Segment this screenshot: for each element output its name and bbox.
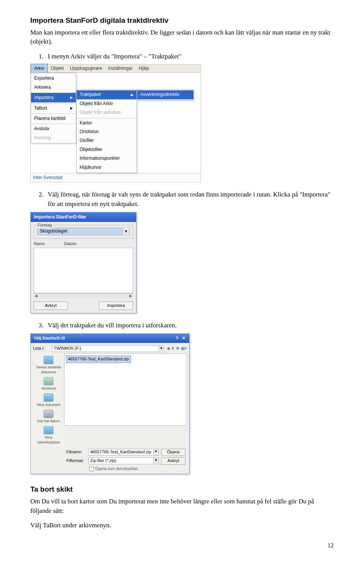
dlg-title: Importera StanForD-filer: [31, 212, 136, 222]
step3-num: 3.: [39, 321, 48, 330]
btn-importera[interactable]: Importera: [99, 302, 133, 310]
file-selected[interactable]: 46557766-Test_KartStandard.zip: [66, 355, 131, 363]
menu-hjalp[interactable]: Hjälp: [136, 64, 152, 73]
filnamn-value: 46557766-Test_KartStandard.zip: [89, 449, 153, 455]
btn-open[interactable]: Öppna: [161, 449, 185, 456]
col-namn: Namn: [34, 241, 64, 247]
sb-recent[interactable]: Senast använda dokument: [34, 356, 63, 375]
sb-mydocs[interactable]: Mina dokument: [37, 393, 60, 407]
mi-tabort[interactable]: TaBort▶: [31, 103, 76, 113]
mi-obj-arkiv[interactable]: Objekt från Arkiv: [77, 99, 136, 108]
mi-gisfiler[interactable]: Gisfiler: [77, 136, 136, 145]
import-listbox[interactable]: [34, 248, 133, 293]
filnamn-field[interactable]: 46557766-Test_KartStandard.zip ▼: [88, 449, 159, 456]
places-sidebar: Senast använda dokument Skrivbord Mina d…: [33, 354, 64, 447]
combo-dropdown-icon[interactable]: ▼: [122, 229, 129, 234]
mi-objektsfiler[interactable]: Objektsfiler: [77, 145, 136, 154]
menu-arkiv[interactable]: Arkiv: [31, 64, 48, 73]
figure-import-dialog: Importera StanForD-filer Företag Skogsbo…: [30, 212, 334, 313]
grp-foretag-label: Företag: [36, 222, 53, 228]
mi-kartor[interactable]: Kartor: [77, 118, 136, 127]
mi-hojdkurvor[interactable]: Höjdkurvor: [77, 163, 136, 172]
mi-noraraj: Norureg: [31, 134, 76, 142]
mi-traktpaket[interactable]: Traktpaket▶: [77, 90, 136, 99]
foretag-value: Skogsbolaget: [38, 228, 122, 234]
page-number: 12: [30, 541, 334, 550]
mi-infopunkter[interactable]: Informationspunkter: [77, 154, 136, 163]
help-icon[interactable]: ?: [174, 335, 180, 341]
figure-file-dialog: Välj StanforD-fil ? ✕ Leta i: TWINMO5 (F…: [30, 333, 334, 475]
filformat-value: Zip-filer (*.zip): [89, 458, 153, 464]
menu-footer: Inter Svenstad: [31, 173, 201, 182]
sb-mycomp[interactable]: Den här datorn: [37, 410, 60, 424]
btn-cancel[interactable]: Avbryt: [161, 458, 185, 465]
step2-text: Välj förteag, när företag är valt syns d…: [48, 190, 334, 209]
menubar: Arkiv Objekt Uppdragsgivare Inställninga…: [31, 64, 201, 73]
sb-desktop[interactable]: Skrivbord: [41, 377, 56, 391]
file-list[interactable]: 46557766-Test_KartStandard.zip: [64, 354, 187, 426]
dropdown-arkiv: Exportera Arkivera Importera▶ TaBort▶ Pl…: [31, 73, 76, 143]
drive-combo[interactable]: TWINMO5 (F:) ▼: [52, 345, 164, 352]
chevron-right-icon: ▶: [131, 93, 133, 97]
close-icon[interactable]: ✕: [181, 335, 186, 341]
chevron-down-icon[interactable]: ▼: [153, 458, 158, 464]
readonly-checkbox[interactable]: [89, 467, 94, 471]
views-icon[interactable]: ▦▾: [181, 346, 187, 352]
chevron-down-icon[interactable]: ▼: [158, 346, 164, 351]
mi-avverkningsdirektiv[interactable]: Avverkningsdirektiv: [137, 90, 193, 99]
back-icon[interactable]: ◀: [166, 346, 169, 352]
mi-importera[interactable]: Importera▶: [31, 93, 76, 102]
section2-para2: Välj TaBort under arkivmenyn.: [30, 521, 334, 530]
section2-title: Ta bort skikt: [30, 484, 334, 495]
mi-avsluta[interactable]: Avsluta: [31, 124, 76, 133]
up-icon[interactable]: ⬆: [171, 346, 174, 352]
foretag-combo[interactable]: Skogsbolaget ▼: [37, 228, 130, 235]
lbl-filformat: Filformat:: [66, 458, 86, 464]
btn-avbryt[interactable]: Avbryt: [34, 302, 68, 310]
lbl-filnamn: Filnamn:: [66, 449, 86, 455]
step1-text: I menyn Arkiv väljer du "Importera" – "T…: [48, 52, 181, 61]
menu-objekt[interactable]: Objekt: [48, 64, 67, 73]
window-controls: ? ✕: [174, 335, 186, 341]
mi-obj-skordare: Objekt från skördare: [77, 108, 136, 117]
readonly-label: Öppna som skrivskyddad: [95, 466, 138, 472]
section1-title: Importera StanForD digitala traktdirekti…: [30, 15, 334, 26]
mi-arkivera[interactable]: Arkivera: [31, 83, 76, 92]
chevron-down-icon[interactable]: ▼: [153, 449, 158, 455]
listbox-scrollbar[interactable]: ◀▶: [34, 293, 133, 299]
chevron-right-icon: ▶: [70, 106, 73, 111]
dropdown-traktpaket: Avverkningsdirektiv: [137, 89, 194, 100]
step3-text: Välj det traktpaket du vill importera i …: [48, 321, 177, 330]
dropdown-importera: Traktpaket▶ Objekt från Arkiv Objekt frå…: [76, 89, 137, 173]
fdlg-title: Välj StanforD-fil: [34, 335, 65, 341]
step2-num: 2.: [39, 190, 48, 209]
menu-installningar[interactable]: Inställningar: [105, 64, 136, 73]
figure-menu-cascade: Arkiv Objekt Uppdragsgivare Inställninga…: [30, 64, 334, 182]
newfolder-icon[interactable]: ✚: [176, 346, 179, 352]
section2-para1: Om Du vill ta bort kartor som Du importe…: [30, 497, 334, 516]
menu-uppdragsgivare[interactable]: Uppdragsgivare: [67, 64, 105, 73]
mi-placera[interactable]: Placera kartbild: [31, 113, 76, 123]
mi-exportera[interactable]: Exportera: [31, 74, 76, 83]
mi-ortofoton[interactable]: Ortofoton: [77, 127, 136, 136]
section1-intro: Man kan importera ett eller flera traktd…: [30, 28, 334, 47]
filformat-field[interactable]: Zip-filer (*.zip) ▼: [88, 458, 159, 464]
col-datum: Datum: [64, 241, 76, 247]
lbl-leta: Leta i:: [33, 346, 50, 352]
drive-value: TWINMO5 (F:): [52, 346, 158, 352]
chevron-right-icon: ▶: [70, 95, 73, 100]
sb-network[interactable]: Mina nätverksplatser: [34, 426, 63, 445]
step1-num: 1.: [39, 52, 48, 61]
